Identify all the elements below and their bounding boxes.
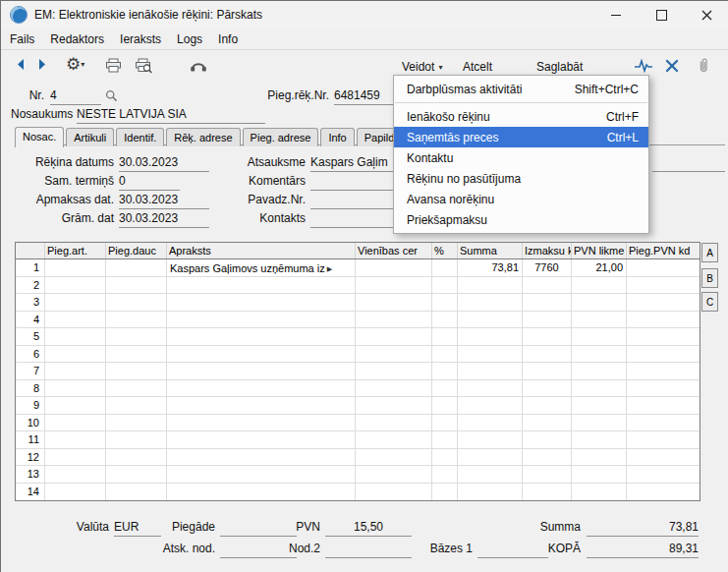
saglabat-button[interactable]: Saglabāt	[536, 60, 583, 74]
cell-summa[interactable]	[458, 346, 523, 364]
cell-pieg-daudz[interactable]	[106, 484, 167, 501]
cell-vienibas-cena[interactable]	[356, 415, 432, 432]
cell-pieg-pvn-kods[interactable]	[627, 415, 700, 432]
cell-pieg-pvn-kods[interactable]	[627, 363, 700, 380]
cell-izmaksu-konts[interactable]	[523, 484, 572, 501]
maximize-button[interactable]	[639, 1, 684, 29]
nod2-input[interactable]	[325, 541, 412, 558]
cell-percent[interactable]	[432, 328, 458, 346]
cell-apraksts[interactable]: ▶	[167, 277, 356, 295]
cell-pieg-daudz[interactable]	[106, 380, 167, 398]
app-icon[interactable]	[10, 6, 28, 24]
cell-vienibas-cena[interactable]	[356, 277, 432, 295]
row-number[interactable]: 6	[16, 346, 45, 364]
cell-vienibas-cena[interactable]	[356, 431, 432, 449]
cell-pvn-likme[interactable]	[572, 397, 627, 415]
cell-pieg-art[interactable]	[45, 346, 106, 364]
cell-pieg-daudz[interactable]	[106, 277, 167, 295]
cell-pvn-likme[interactable]	[572, 415, 627, 432]
cell-vienibas-cena[interactable]	[356, 380, 432, 398]
cell-izmaksu-konts[interactable]	[523, 397, 572, 415]
cell-summa[interactable]	[458, 397, 523, 415]
cell-summa[interactable]	[458, 363, 523, 380]
cell-izmaksu-konts[interactable]	[523, 277, 572, 295]
cell-apraksts[interactable]: ▶	[167, 449, 356, 467]
cell-summa[interactable]	[458, 312, 523, 329]
cell-pieg-art[interactable]	[45, 259, 106, 277]
cell-pieg-art[interactable]	[45, 415, 106, 432]
atsauksme-input[interactable]: Kaspars Gaļim	[310, 154, 393, 172]
menu-item-prieksapmaksu[interactable]: Priekšapmaksu	[394, 209, 648, 230]
cell-pieg-art[interactable]	[45, 431, 106, 449]
cell-apraksts[interactable]: ▶	[167, 363, 356, 380]
cell-vienibas-cena[interactable]	[356, 484, 432, 501]
atcelt-button[interactable]: Atcelt	[463, 60, 492, 74]
cell-izmaksu-konts[interactable]	[523, 415, 572, 432]
minimize-button[interactable]	[593, 1, 639, 29]
cell-pvn-likme[interactable]	[572, 484, 627, 501]
cell-percent[interactable]	[432, 484, 458, 501]
row-number[interactable]: 4	[16, 312, 45, 329]
cell-izmaksu-konts[interactable]	[523, 363, 572, 380]
cell-pvn-likme[interactable]: 21,00	[572, 259, 627, 277]
kontakts-input[interactable]	[310, 210, 393, 228]
sam-termins-input[interactable]: 0	[119, 173, 180, 191]
matrix-tab-b[interactable]: B	[701, 268, 718, 288]
cell-pieg-daudz[interactable]	[106, 346, 167, 364]
cell-izmaksu-konts[interactable]	[523, 328, 572, 346]
cell-pvn-likme[interactable]	[572, 346, 627, 364]
cell-apraksts[interactable]: ▶	[167, 431, 356, 449]
cell-apraksts[interactable]: ▶	[167, 312, 356, 329]
cell-percent[interactable]	[432, 346, 458, 364]
row-number[interactable]: 3	[16, 294, 45, 312]
row-number[interactable]: 2	[16, 277, 45, 295]
cell-pieg-daudz[interactable]	[106, 363, 167, 380]
cell-percent[interactable]	[432, 449, 458, 467]
cell-pieg-art[interactable]	[45, 277, 106, 295]
cell-vienibas-cena[interactable]	[356, 259, 432, 277]
cell-apraksts[interactable]: ▶	[167, 328, 356, 346]
phone-button[interactable]	[190, 58, 207, 73]
cell-apraksts[interactable]: ▶	[167, 484, 356, 501]
cell-pieg-pvn-kods[interactable]	[627, 294, 700, 312]
cell-pieg-art[interactable]	[45, 449, 106, 467]
row-number[interactable]: 1	[16, 259, 45, 277]
cell-pieg-pvn-kods[interactable]	[627, 328, 700, 346]
cell-apraksts[interactable]: ▶	[167, 415, 356, 432]
veidot-button[interactable]: Veidot▾	[402, 60, 442, 74]
pavadz-nr-input[interactable]	[310, 192, 393, 209]
matrix-tab-a[interactable]: A	[701, 243, 718, 262]
cell-pieg-art[interactable]	[45, 363, 106, 380]
cell-percent[interactable]	[432, 397, 458, 415]
tab-artikuli[interactable]: Artikuli	[66, 128, 114, 146]
menu-fails[interactable]: Fails	[2, 30, 42, 48]
menu-item-ienakoso-rekinu[interactable]: Ienākošo rēķinu Ctrl+F	[394, 106, 648, 127]
cell-pieg-art[interactable]	[45, 328, 106, 346]
cell-apraksts[interactable]: ▶	[167, 380, 356, 398]
row-number[interactable]: 9	[16, 397, 45, 415]
cell-pieg-pvn-kods[interactable]	[627, 277, 700, 295]
cell-izmaksu-konts[interactable]	[523, 449, 572, 467]
cell-summa[interactable]	[458, 466, 523, 484]
tab-rek-adrese[interactable]: Rēķ. adrese	[166, 128, 240, 146]
menu-item-sanemtas-preces[interactable]: Saņemtās preces Ctrl+L	[394, 127, 648, 147]
cell-pieg-art[interactable]	[45, 397, 106, 415]
row-number[interactable]: 8	[16, 380, 45, 398]
cell-apraksts[interactable]: ▶	[167, 466, 356, 484]
row-number[interactable]: 11	[16, 431, 45, 449]
cell-apraksts[interactable]: ▶	[167, 346, 356, 364]
cell-pieg-pvn-kods[interactable]	[627, 431, 700, 449]
cell-percent[interactable]	[432, 380, 458, 398]
cell-pieg-daudz[interactable]	[106, 431, 167, 449]
close-button[interactable]	[684, 1, 728, 29]
cell-vienibas-cena[interactable]	[356, 363, 432, 380]
row-number[interactable]: 7	[16, 363, 45, 380]
tab-nosac[interactable]: Nosac.	[15, 127, 64, 147]
cell-pvn-likme[interactable]	[572, 449, 627, 467]
gram-dat-input[interactable]: 30.03.2023	[119, 210, 209, 228]
cell-pieg-pvn-kods[interactable]	[627, 449, 700, 467]
cell-pieg-daudz[interactable]	[106, 294, 167, 312]
cell-summa[interactable]: 73,81	[458, 259, 523, 277]
cell-pieg-pvn-kods[interactable]	[627, 346, 700, 364]
attachments-button[interactable]	[697, 57, 710, 74]
